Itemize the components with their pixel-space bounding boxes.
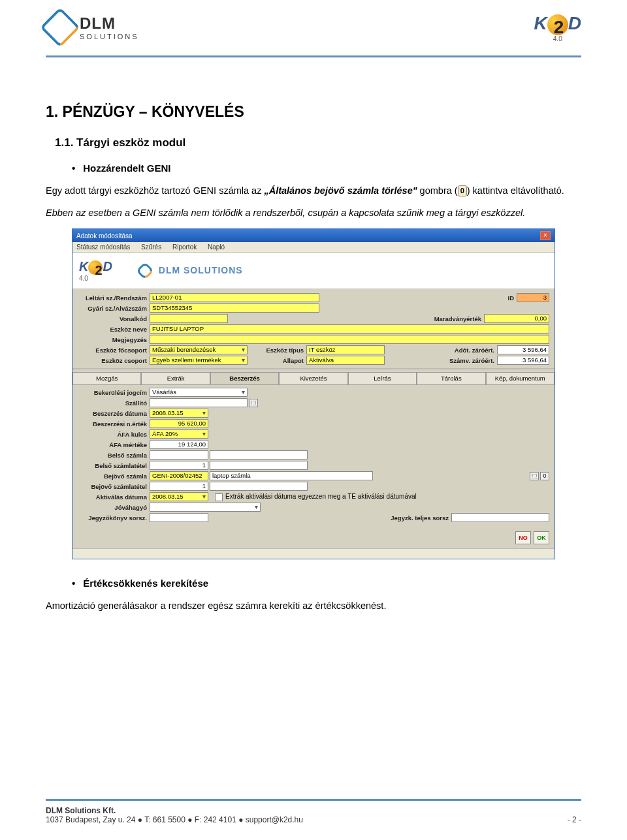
page-header: DLM SOLUTIONS KD 4.0 [46, 13, 581, 57]
label-nert: Beszerzési n.érték [78, 420, 150, 428]
brand-row: KD 4.0 DLM SOLUTIONS [72, 253, 555, 289]
menu-item[interactable]: Státusz módosítás [76, 243, 130, 251]
page-footer: DLM Solutions Kft. 1037 Budapest, Zay u.… [46, 799, 581, 824]
tab-kep[interactable]: Kép, dokumentum [486, 372, 555, 384]
input-btetel[interactable]: 1 [150, 461, 208, 470]
input-megj[interactable] [150, 335, 549, 344]
para1-text-c: ) kattintva eltávolítható. [467, 185, 564, 196]
separator [72, 368, 555, 369]
combo-afakulcs[interactable]: ÁFA 20% [150, 429, 208, 439]
tab-tarolas[interactable]: Tárolás [417, 372, 485, 384]
statusbar [72, 548, 555, 559]
app-window: Adatok módosítása × Státusz módosítás Sz… [72, 228, 555, 559]
label-tipus: Eszköz típus [248, 347, 306, 354]
label-megj: Megjegyzés [78, 336, 150, 343]
brand-k2d: KD 4.0 [79, 259, 112, 282]
para2-text: Ebben az esetben a GENI számla nem törlő… [46, 208, 525, 218]
label-afamert: ÁFA mértéke [78, 441, 150, 448]
label-allapot: Állapot [248, 357, 306, 364]
combo-jovahagyo[interactable] [150, 503, 261, 512]
combo-jogcim[interactable]: Vásárlás [150, 388, 248, 397]
ok-button[interactable]: OK [534, 531, 549, 544]
input-nert[interactable]: 95 620,00 [150, 419, 208, 428]
label-focs: Eszköz főcsoport [78, 347, 150, 354]
k2d-logo-text: KD [534, 13, 581, 33]
tab-beszerzes[interactable]: Beszerzés [210, 372, 279, 384]
label-leltari: Leltári sz./Rendszám [78, 294, 150, 302]
brand-dlm-text: DLM SOLUTIONS [159, 264, 243, 275]
input-bejovo-desc[interactable]: laptop számla [210, 471, 373, 480]
date-beszdat[interactable]: 2008.03.15 [150, 409, 208, 418]
dlm-logo-icon [40, 7, 80, 48]
menu-item[interactable]: Napló [208, 243, 225, 251]
window-titlebar: Adatok módosítása × [72, 229, 555, 242]
delete-bejovo-button[interactable]: 0 [540, 472, 549, 480]
input-afamert[interactable]: 19 124,00 [150, 440, 208, 449]
input-bszamla[interactable] [150, 450, 208, 459]
input-bejovo[interactable]: GENI-2008/02452 [150, 471, 208, 480]
heading-1: 1. PÉNZÜGY – KÖNYVELÉS [46, 103, 581, 121]
dlm-logo-subtext: SOLUTIONS [80, 33, 139, 40]
para1-text-b: gombra ( [417, 185, 458, 196]
bullet-hozzarendelt-geni: Hozzárendelt GENI [72, 163, 581, 174]
checkbox-extrak-date[interactable]: Extrák aktiválási dátuma egyezzen meg a … [215, 493, 417, 501]
input-jegyz2[interactable] [451, 513, 549, 522]
combo-focs[interactable]: Műszaki berendezések [150, 345, 248, 354]
delete-zero-icon: 0 [458, 185, 467, 196]
input-gyari[interactable]: SDT34552345 [150, 303, 319, 313]
label-szamv: Számv. záróért. [438, 357, 497, 364]
input-adot[interactable]: 3 596,64 [497, 345, 549, 354]
date-aktdat[interactable]: 2008.03.15 [150, 492, 208, 501]
input-bejtetel[interactable]: 1 [150, 482, 208, 491]
tab-kivezetes[interactable]: Kivezetés [279, 372, 347, 384]
tab-leiras[interactable]: Leírás [348, 372, 417, 384]
input-id[interactable]: 3 [517, 293, 549, 302]
combo-cs[interactable]: Egyéb szellemi termékek [150, 356, 248, 365]
lookup-bejovo-button[interactable]: ⬚ [530, 472, 539, 480]
label-adot: Adót. záróért. [438, 347, 497, 354]
dlm-logo: DLM SOLUTIONS [46, 13, 139, 42]
brand-dlm: DLM SOLUTIONS [138, 264, 243, 277]
menu-item[interactable]: Riportok [172, 243, 197, 251]
label-jogcim: Bekerülési jogcím [78, 389, 150, 396]
label-btetel: Belső számlatétel [78, 462, 150, 469]
label-vonalkod: Vonalkód [78, 315, 150, 322]
input-maradvany[interactable]: 0,00 [484, 314, 549, 323]
input-leltari[interactable]: LL2007-01 [150, 293, 319, 302]
input-allapot[interactable]: Aktiválva [306, 356, 385, 365]
label-jegyz: Jegyzőkönyv sorsz. [78, 514, 150, 521]
menu-item[interactable]: Szűrés [141, 243, 161, 251]
input-bejtetel-desc[interactable] [210, 482, 308, 491]
paragraph-2: Ebben az esetben a GENI számla nem törlő… [46, 206, 581, 219]
lookup-szallito-button[interactable]: ⬚ [249, 399, 258, 407]
para1-text-a: Egy adott tárgyi eszközhöz tartozó GENI … [46, 185, 264, 196]
tab-mozgas[interactable]: Mozgás [72, 372, 141, 384]
tab-extrak[interactable]: Extrák [141, 372, 210, 384]
input-bszamla-desc[interactable] [210, 450, 308, 459]
input-btetel-desc[interactable] [210, 461, 308, 470]
label-afakulcs: ÁFA kulcs [78, 431, 150, 438]
input-szallito[interactable] [150, 398, 248, 407]
k2d-ball-icon [547, 14, 568, 35]
input-tipus[interactable]: IT eszköz [306, 345, 385, 354]
label-bejovo: Bejövő számla [78, 473, 150, 480]
heading-1-1: 1.1. Tárgyi eszköz modul [55, 136, 581, 149]
dlm-logo-text: DLM [80, 14, 116, 32]
label-beszdat: Beszerzés dátuma [78, 410, 150, 417]
label-jegyz2: Jegyzk. teljes sorsz [373, 514, 451, 521]
k2d-ball-icon [88, 260, 103, 275]
label-jovahagyo: Jóváhagyó [78, 504, 150, 511]
input-jegyz[interactable] [150, 513, 208, 522]
button-row: NO OK [72, 527, 555, 548]
close-icon[interactable]: × [540, 231, 551, 240]
checkbox-icon[interactable] [215, 493, 223, 501]
input-vonalkod[interactable] [150, 314, 228, 323]
dlm-small-icon [136, 261, 154, 279]
tabs: Mozgás Extrák Beszerzés Kivezetés Leírás… [72, 372, 555, 385]
no-button[interactable]: NO [515, 531, 531, 544]
input-eszkoznev[interactable]: FUJITSU LAPTOP [150, 324, 549, 334]
paragraph-3: Amortizáció generálásakor a rendszer egé… [46, 599, 581, 612]
label-aktdat: Aktiválás dátuma [78, 493, 150, 501]
input-szamv[interactable]: 3 596,64 [497, 356, 549, 365]
label-bszamla: Belső számla [78, 452, 150, 459]
